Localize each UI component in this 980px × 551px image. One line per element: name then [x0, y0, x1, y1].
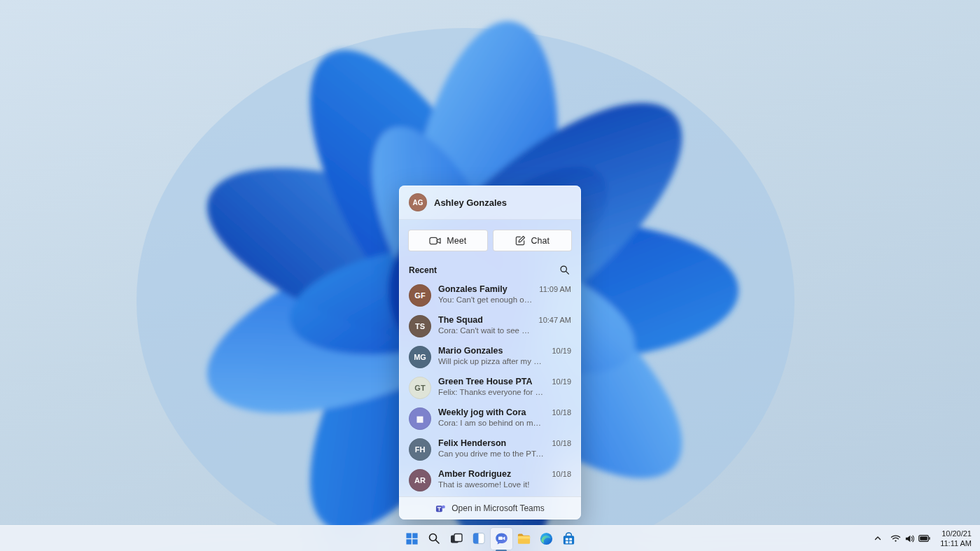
conversation-name: Green Tree House PTA — [438, 377, 545, 386]
conversation-preview: You: Can't get enough of her. — [438, 295, 532, 304]
teams-chat-flyout: AG Ashley Gonzales Meet Chat Recent — [399, 186, 581, 519]
meet-button-label: Meet — [447, 236, 466, 246]
store-icon — [561, 531, 576, 546]
search-icon — [559, 265, 570, 275]
chat-icon — [494, 531, 509, 546]
widgets-icon — [472, 531, 486, 545]
conversation-item-green-tree-house-pta[interactable]: GT Green Tree House PTA Felix: Thanks ev… — [399, 372, 581, 403]
conversation-item-amber-rodriguez[interactable]: AR Amber Rodriguez That is awesome! Love… — [399, 465, 581, 496]
conversation-name: Weekly jog with Cora — [438, 407, 545, 417]
meet-button[interactable]: Meet — [408, 230, 488, 251]
start-button[interactable] — [401, 528, 423, 550]
conversation-time: 10/19 — [552, 377, 571, 386]
conversation-item-gonzales-family[interactable]: GF Gonzales Family You: Can't get enough… — [399, 280, 581, 311]
conversation-list: GF Gonzales Family You: Can't get enough… — [399, 279, 581, 496]
search-conversations-button[interactable] — [558, 263, 571, 277]
conversation-time: 10/19 — [552, 347, 571, 355]
conversation-text: Green Tree House PTA Felix: Thanks every… — [438, 377, 545, 396]
avatar: MG — [409, 346, 431, 368]
flyout-actions: Meet Chat — [399, 220, 581, 258]
conversation-name: The Squad — [438, 315, 532, 325]
avatar-initials: MG — [414, 353, 426, 361]
compose-icon — [515, 235, 526, 246]
conversation-item-the-squad[interactable]: TS The Squad Cora: Can't wait to see eve… — [399, 311, 581, 342]
avatar-initials: GT — [414, 384, 425, 392]
open-in-teams-label: Open in Microsoft Teams — [451, 503, 545, 513]
system-tray: 10/20/21 11:11 AM — [869, 526, 977, 551]
conversation-preview: Cora: I am so behind on my step goals. — [438, 419, 545, 427]
conversation-item-mario-gonzales[interactable]: MG Mario Gonzales Will pick up pizza aft… — [399, 342, 581, 372]
file-explorer-button[interactable] — [513, 528, 535, 550]
conversation-text: The Squad Cora: Can't wait to see everyo… — [438, 315, 532, 335]
avatar: GF — [409, 284, 431, 307]
chevron-up-icon — [874, 534, 882, 543]
user-avatar[interactable]: AG — [409, 193, 427, 211]
store-button[interactable] — [558, 528, 580, 550]
task-view-icon — [449, 531, 463, 545]
conversation-name: Mario Gonzales — [438, 346, 545, 356]
flyout-header: AG Ashley Gonzales — [399, 186, 581, 220]
conversation-name: Gonzales Family — [438, 284, 532, 294]
task-view-button[interactable] — [446, 528, 468, 550]
avatar: TS — [409, 315, 431, 337]
conversation-item-felix-henderson[interactable]: FH Felix Henderson Can you drive me to t… — [399, 434, 581, 465]
conversation-time: 10:47 AM — [539, 316, 571, 324]
search-icon — [428, 532, 440, 545]
open-in-microsoft-teams-button[interactable]: Open in Microsoft Teams — [399, 496, 581, 519]
avatar-initials: GF — [414, 291, 425, 300]
quick-settings-button[interactable] — [886, 528, 934, 550]
conversation-time: 10/18 — [552, 408, 571, 417]
tray-date: 10/20/21 — [941, 529, 972, 538]
avatar: FH — [409, 438, 431, 461]
edge-button[interactable] — [536, 528, 557, 550]
taskbar-center-icons — [400, 526, 580, 551]
show-hidden-icons-button[interactable] — [869, 528, 886, 550]
avatar-initials: TS — [415, 322, 425, 330]
search-button[interactable] — [424, 528, 445, 550]
chat-button-label: Chat — [531, 236, 550, 246]
conversation-name: Amber Rodriguez — [438, 469, 545, 479]
teams-logo-icon — [435, 503, 446, 514]
avatar: AR — [409, 469, 431, 491]
avatar-initials: FH — [415, 445, 426, 454]
edge-icon — [539, 531, 554, 546]
wifi-icon — [890, 534, 901, 543]
conversation-text: Weekly jog with Cora Cora: I am so behin… — [438, 407, 545, 427]
chat-button[interactable]: Chat — [493, 230, 573, 251]
conversation-time: 10/18 — [552, 439, 571, 447]
conversation-text: Amber Rodriguez That is awesome! Love it… — [438, 469, 545, 489]
avatar-glyph: ▦ — [416, 414, 424, 424]
user-name: Ashley Gonzales — [434, 197, 507, 208]
avatar: GT — [409, 377, 431, 399]
recent-label: Recent — [409, 265, 437, 275]
clock-and-date[interactable]: 10/20/21 11:11 AM — [934, 528, 977, 550]
avatar-initials: AG — [413, 199, 424, 207]
video-camera-icon — [429, 236, 441, 246]
conversation-time: 10/18 — [552, 470, 571, 478]
chat-taskbar-button[interactable] — [491, 528, 512, 550]
conversation-preview: Can you drive me to the PTA today? — [438, 449, 545, 458]
desktop: AG Ashley Gonzales Meet Chat Recent — [0, 0, 980, 551]
conversation-preview: That is awesome! Love it! — [438, 480, 545, 489]
conversation-name: Felix Henderson — [438, 438, 545, 448]
conversation-text: Mario Gonzales Will pick up pizza after … — [438, 346, 545, 365]
start-icon — [405, 532, 419, 545]
recent-header-bar: Recent — [399, 258, 581, 279]
conversation-item-weekly-jog-with-cora[interactable]: ▦ Weekly jog with Cora Cora: I am so beh… — [399, 403, 581, 434]
conversation-text: Felix Henderson Can you drive me to the … — [438, 438, 545, 458]
widgets-button[interactable] — [468, 528, 490, 550]
volume-icon — [904, 534, 915, 543]
avatar-initials: AR — [414, 476, 426, 484]
conversation-time: 11:09 AM — [539, 285, 571, 293]
conversation-preview: Cora: Can't wait to see everyone! — [438, 326, 532, 335]
calendar-avatar-icon: ▦ — [409, 407, 431, 430]
conversation-text: Gonzales Family You: Can't get enough of… — [438, 284, 532, 304]
conversation-preview: Will pick up pizza after my practice. — [438, 357, 545, 365]
conversation-preview: Felix: Thanks everyone for attending tod… — [438, 388, 545, 396]
taskbar: 10/20/21 11:11 AM — [0, 525, 980, 551]
file-explorer-icon — [517, 531, 531, 546]
tray-time: 11:11 AM — [940, 538, 972, 548]
battery-icon — [918, 535, 930, 542]
